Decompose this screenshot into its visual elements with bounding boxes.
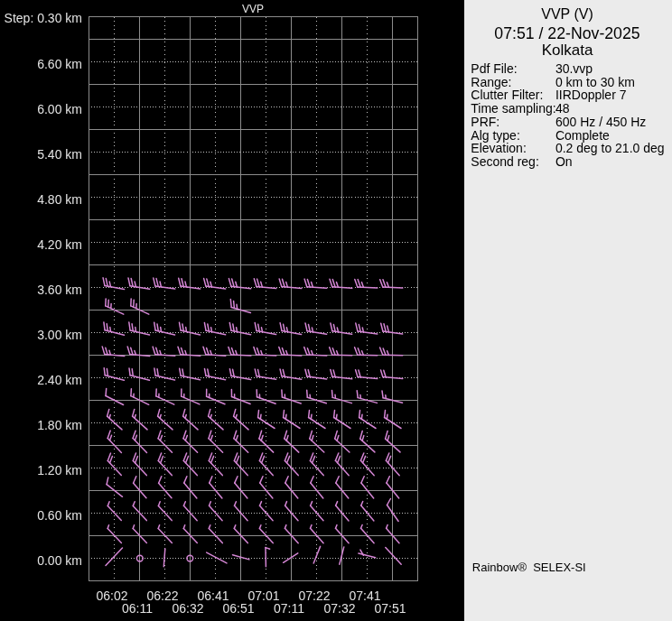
svg-text:Pdf File:: Pdf File: [471,61,517,76]
svg-text:1.20 km: 1.20 km [37,463,82,477]
svg-text:2.40 km: 2.40 km [37,373,82,387]
svg-text:Complete: Complete [555,128,610,143]
svg-text:0.60 km: 0.60 km [37,508,82,523]
svg-text:On: On [555,154,573,169]
svg-text:VVP: VVP [242,3,264,15]
svg-text:48: 48 [555,101,570,116]
svg-text:Step: 0.30 km: Step: 0.30 km [5,11,82,25]
svg-text:Second reg:: Second reg: [471,154,539,169]
svg-text:07:51: 07:51 [374,601,406,616]
svg-text:3.60 km: 3.60 km [37,283,82,297]
svg-text:07:11: 07:11 [274,601,304,616]
svg-text:600 Hz / 450 Hz: 600 Hz / 450 Hz [555,115,646,129]
svg-text:VVP (V): VVP (V) [541,6,593,22]
svg-text:Clutter Filter:: Clutter Filter: [471,88,543,102]
svg-text:PRF:: PRF: [471,115,499,129]
svg-text:0.00 km: 0.00 km [37,553,82,568]
svg-text:4.80 km: 4.80 km [37,192,82,207]
svg-text:Rainbow® SELEX-SI: Rainbow® SELEX-SI [472,561,586,574]
svg-text:06:51: 06:51 [222,601,254,616]
svg-text:6.60 km: 6.60 km [37,57,82,71]
svg-text:Kolkata: Kolkata [542,42,593,59]
svg-text:06:11: 06:11 [122,601,153,616]
svg-text:4.20 km: 4.20 km [37,237,82,252]
svg-text:Alg type:: Alg type: [471,128,519,143]
svg-text:Time sampling:: Time sampling: [471,101,555,116]
svg-text:0.2 deg to 21.0 deg: 0.2 deg to 21.0 deg [555,141,665,155]
svg-text:Range:: Range: [471,75,511,89]
svg-text:07:51 / 22-Nov-2025: 07:51 / 22-Nov-2025 [494,24,639,42]
svg-text:6.00 km: 6.00 km [37,102,82,116]
svg-text:Elevation:: Elevation: [471,141,526,155]
svg-text:3.00 km: 3.00 km [37,328,82,342]
svg-text:IIRDoppler 7: IIRDoppler 7 [555,88,627,102]
svg-text:5.40 km: 5.40 km [37,147,82,162]
svg-text:30.vvp: 30.vvp [555,61,593,76]
svg-text:1.80 km: 1.80 km [37,418,82,432]
svg-text:0 km to 30 km: 0 km to 30 km [555,75,635,89]
svg-text:06:32: 06:32 [172,601,203,616]
svg-text:07:32: 07:32 [323,601,355,616]
